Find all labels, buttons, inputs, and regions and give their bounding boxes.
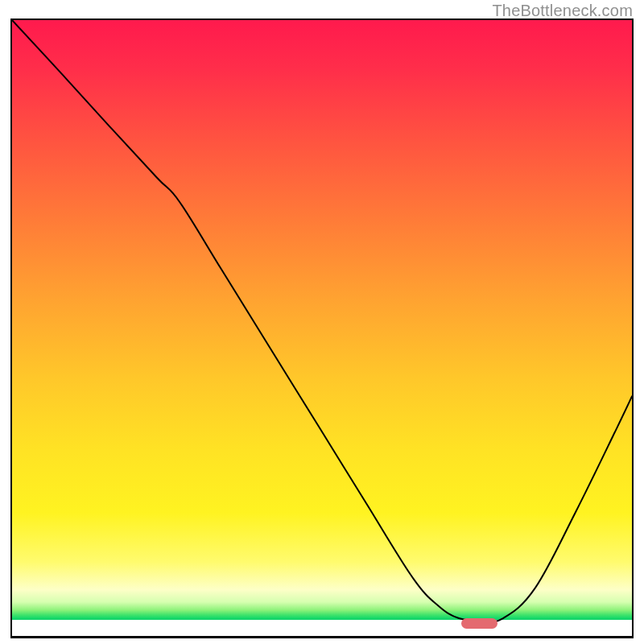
optimum-marker [461,618,497,629]
chart-frame [10,19,634,638]
watermark-text: TheBottleneck.com [492,2,633,20]
chart-background-gradient [12,20,632,636]
